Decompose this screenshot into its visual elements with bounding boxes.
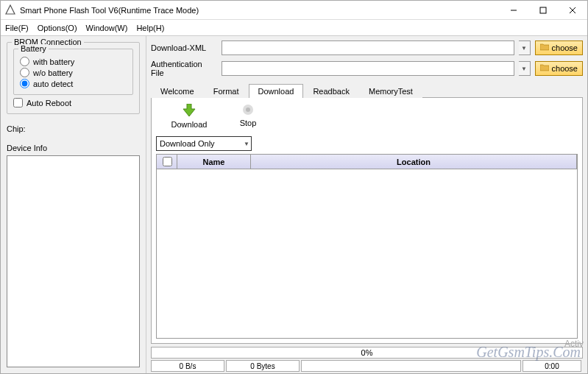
table-header-checkbox[interactable]: [157, 155, 177, 169]
tab-welcome[interactable]: Welcome: [151, 84, 204, 98]
menu-help[interactable]: Help(H): [136, 24, 164, 32]
chevron-down-icon: ▼: [244, 141, 249, 147]
maximize-button[interactable]: [528, 1, 558, 20]
download-mode-value: Download Only: [160, 139, 215, 148]
download-xml-choose-button[interactable]: choose: [535, 40, 583, 55]
partition-table: Name Location: [156, 154, 578, 339]
chevron-down-icon: ▼: [521, 45, 527, 52]
tab-content-download: Download Stop Download Only ▼ Name L: [151, 98, 583, 344]
auth-file-label: Authentication File: [151, 60, 217, 77]
radio-without-battery[interactable]: w/o battery: [20, 68, 127, 77]
tabs: Welcome Format Download Readback MemoryT…: [151, 83, 583, 98]
tab-memorytest[interactable]: MemoryTest: [359, 84, 422, 98]
radio-with-battery[interactable]: with battery: [20, 57, 127, 66]
menu-file[interactable]: File(F): [5, 24, 29, 32]
svg-rect-2: [540, 7, 546, 13]
menubar: File(F) Options(O) Window(W) Help(H): [1, 20, 587, 36]
download-xml-label: Download-XML: [151, 43, 217, 52]
app-icon: [5, 4, 15, 16]
chip-label: Chip:: [7, 124, 140, 133]
battery-group-title: Battery: [18, 44, 49, 53]
titlebar: Smart Phone Flash Tool V6(Runtime Trace …: [1, 1, 587, 20]
brom-connection-group: BROM Connection Battery with battery w/o…: [7, 42, 140, 114]
radio-auto-detect[interactable]: auto detect: [20, 79, 127, 88]
menu-options[interactable]: Options(O): [38, 24, 77, 32]
table-body[interactable]: [157, 169, 577, 338]
stop-button[interactable]: Stop: [230, 104, 266, 129]
download-xml-input[interactable]: [222, 40, 514, 55]
folder-icon: [540, 43, 549, 52]
auto-reboot-checkbox[interactable]: Auto Reboot: [13, 98, 133, 107]
folder-icon: [540, 64, 549, 73]
table-header-name: Name: [177, 155, 251, 169]
device-info-box: [7, 155, 140, 367]
table-header-location: Location: [251, 155, 577, 169]
auth-file-input[interactable]: [222, 61, 514, 76]
status-time: 0:00: [523, 360, 581, 372]
device-info-label: Device Info: [7, 144, 140, 152]
progress-bar: 0%: [151, 347, 583, 359]
tab-download[interactable]: Download: [249, 84, 304, 98]
status-spacer: [301, 360, 521, 372]
battery-group: Battery with battery w/o battery auto de…: [13, 49, 133, 95]
window-title: Smart Phone Flash Tool V6(Runtime Trace …: [20, 6, 499, 15]
download-xml-dropdown[interactable]: ▼: [519, 40, 531, 55]
auth-file-dropdown[interactable]: ▼: [519, 61, 531, 76]
minimize-button[interactable]: [499, 1, 528, 20]
download-mode-select[interactable]: Download Only ▼: [156, 136, 252, 151]
svg-marker-0: [6, 5, 15, 14]
auth-file-choose-button[interactable]: choose: [535, 61, 583, 76]
svg-point-6: [246, 107, 250, 112]
status-speed: 0 B/s: [151, 360, 224, 372]
tab-format[interactable]: Format: [204, 84, 249, 98]
tab-readback[interactable]: Readback: [303, 84, 359, 98]
download-button[interactable]: Download: [171, 104, 208, 129]
stop-icon: [242, 104, 254, 117]
close-button[interactable]: [558, 1, 587, 20]
download-arrow-icon: [182, 104, 196, 119]
chevron-down-icon: ▼: [521, 66, 527, 72]
menu-window[interactable]: Window(W): [86, 24, 128, 32]
status-bytes: 0 Bytes: [226, 360, 300, 372]
